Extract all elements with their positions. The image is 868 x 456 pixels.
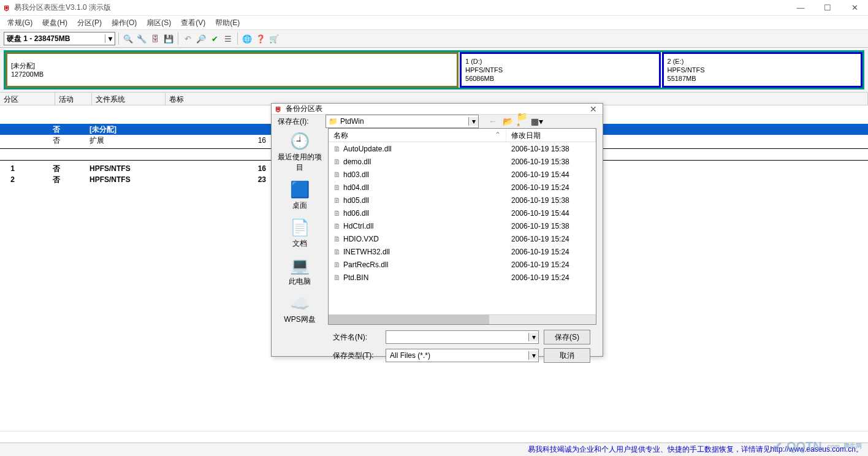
place-icon: 🕘: [290, 132, 310, 151]
tool-wrench-icon[interactable]: 🔧: [135, 32, 148, 45]
menubar: 常规(G) 硬盘(H) 分区(P) 操作(O) 扇区(S) 查看(V) 帮助(E…: [0, 16, 868, 29]
col-name[interactable]: 名称 ⌃: [329, 129, 506, 142]
col-partition[interactable]: 分区: [0, 93, 55, 105]
col-active[interactable]: 活动: [55, 93, 92, 105]
filetype-label: 保存类型(T):: [333, 351, 381, 361]
minimize-button[interactable]: —: [787, 0, 814, 16]
cancel-button[interactable]: 取消: [544, 348, 590, 363]
tool-check-icon[interactable]: ✔: [208, 32, 221, 45]
menu-help[interactable]: 帮助(E): [211, 17, 243, 29]
file-list: 名称 ⌃ 修改日期 🗎AutoUpdate.dll2006-10-19 15:3…: [328, 128, 596, 325]
disk-selector[interactable]: 硬盘 1 - 238475MB ▾: [4, 32, 115, 45]
file-icon: 🗎: [333, 260, 341, 269]
dialog-close-button[interactable]: ✕: [584, 104, 603, 114]
file-row[interactable]: 🗎PartRecRs.dll2006-10-19 15:24: [329, 258, 596, 271]
window-title: 易我分区表医生V3.1.0 演示版: [14, 2, 111, 13]
close-button[interactable]: ✕: [841, 0, 868, 16]
dialog-title: 备份分区表: [286, 104, 322, 114]
file-icon: 🗎: [333, 170, 341, 179]
filename-input[interactable]: ▾: [386, 330, 539, 344]
up-folder-icon[interactable]: 📂: [502, 116, 513, 127]
menu-partition[interactable]: 分区(P): [74, 17, 105, 29]
place-label: WPS网盘: [284, 314, 315, 325]
place-icon: 🟦: [290, 180, 310, 199]
menu-sector[interactable]: 扇区(S): [143, 17, 175, 29]
places-bar: 🕘最近使用的项目🟦桌面📄文档💻此电脑☁️WPS网盘: [272, 128, 328, 325]
file-row[interactable]: 🗎HdCtrl.dll2006-10-19 15:38: [329, 219, 596, 232]
tool-list-icon[interactable]: ☰: [222, 32, 234, 45]
place-icon: 📄: [290, 218, 310, 237]
menu-disk[interactable]: 硬盘(H): [39, 17, 71, 29]
folder-icon: 📁: [329, 117, 338, 126]
save-button[interactable]: 保存(S): [544, 330, 590, 344]
dropdown-icon: ▾: [528, 351, 538, 360]
place-label: 桌面: [292, 200, 307, 211]
menu-operation[interactable]: 操作(O): [108, 17, 140, 29]
view-mode-icon[interactable]: ▦▾: [531, 116, 542, 127]
place-label: 此电脑: [289, 276, 311, 287]
location-select[interactable]: 📁 PtdWin ▾: [326, 115, 479, 128]
app-logo-icon: ⛨: [4, 4, 10, 12]
place-item[interactable]: 📄文档: [275, 218, 324, 249]
file-icon: 🗎: [333, 209, 341, 218]
dialog-bottom: 文件名(N): ▾ 保存(S) 保存类型(T): All Files (*.*)…: [272, 325, 603, 370]
tool-undo-icon: ↶: [181, 32, 194, 45]
filetype-select[interactable]: All Files (*.*)▾: [386, 349, 539, 362]
file-icon: 🗎: [333, 183, 341, 192]
dropdown-icon: ▾: [105, 34, 115, 43]
tool-find-icon[interactable]: 🔎: [195, 32, 207, 45]
file-row[interactable]: 🗎INETWH32.dll2006-10-19 15:24: [329, 245, 596, 258]
file-row[interactable]: 🗎AutoUpdate.dll2006-10-19 15:38: [329, 142, 596, 155]
file-row[interactable]: 🗎Ptd.BIN2006-10-19 15:24: [329, 271, 596, 284]
tool-globe-icon[interactable]: 🌐: [241, 32, 253, 45]
tool-cart-icon[interactable]: 🛒: [268, 32, 280, 45]
file-icon: 🗎: [333, 248, 341, 256]
horizontal-scrollbar[interactable]: [329, 314, 596, 324]
filename-label: 文件名(N):: [333, 332, 381, 343]
place-item[interactable]: 🟦桌面: [275, 180, 324, 211]
tool-search-icon[interactable]: 🔍: [122, 32, 134, 45]
disk-map: [未分配]127200MB1 (D:)HPFS/NTFS56086MB2 (E:…: [0, 48, 868, 92]
save-in-label: 保存在(I):: [278, 116, 321, 127]
disk-segment[interactable]: 2 (E:)HPFS/NTFS55187MB: [662, 52, 863, 88]
status-bar: 易我科技竭诚为企业和个人用户提供专业、快捷的手工数据恢复，详情请见http://…: [0, 443, 868, 456]
place-item[interactable]: ☁️WPS网盘: [275, 294, 324, 325]
place-item[interactable]: 🕘最近使用的项目: [275, 132, 324, 173]
file-row[interactable]: 🗎hd03.dll2006-10-19 15:44: [329, 168, 596, 181]
file-list-header: 名称 ⌃ 修改日期: [329, 129, 596, 142]
file-icon: 🗎: [333, 235, 341, 243]
new-folder-icon[interactable]: 📁*: [517, 116, 528, 127]
tool-save-icon[interactable]: 💾: [162, 32, 175, 45]
tool-help-icon[interactable]: ❓: [254, 32, 267, 45]
place-label: 文档: [292, 238, 307, 249]
place-item[interactable]: 💻此电脑: [275, 256, 324, 287]
dropdown-icon: ▾: [528, 333, 538, 341]
file-row[interactable]: 🗎demo.dll2006-10-19 15:38: [329, 155, 596, 168]
tool-db-icon[interactable]: 🗄: [149, 32, 161, 45]
status-link-text[interactable]: 易我科技竭诚为企业和个人用户提供专业、快捷的手工数据恢复，详情请见http://…: [528, 444, 863, 455]
file-icon: 🗎: [333, 145, 341, 153]
location-value: PtdWin: [340, 117, 364, 126]
place-icon: ☁️: [290, 294, 310, 313]
col-date[interactable]: 修改日期: [506, 129, 596, 142]
maximize-button[interactable]: ☐: [814, 0, 841, 16]
file-icon: 🗎: [333, 158, 341, 166]
menu-view[interactable]: 查看(V): [177, 17, 209, 29]
titlebar: ⛨ 易我分区表医生V3.1.0 演示版 — ☐ ✕: [0, 0, 868, 16]
file-row[interactable]: 🗎hd04.dll2006-10-19 15:24: [329, 181, 596, 194]
col-fs[interactable]: 文件系统: [92, 93, 166, 105]
place-label: 最近使用的项目: [275, 152, 324, 173]
disk-segment[interactable]: 1 (D:)HPFS/NTFS56086MB: [460, 52, 661, 88]
file-row[interactable]: 🗎HDIO.VXD2006-10-19 15:24: [329, 232, 596, 245]
file-row[interactable]: 🗎hd06.dll2006-10-19 15:44: [329, 207, 596, 219]
sort-icon: ⌃: [495, 131, 501, 139]
menu-general[interactable]: 常规(G): [4, 17, 36, 29]
place-icon: 💻: [290, 256, 310, 275]
dropdown-icon: ▾: [468, 117, 478, 126]
dialog-logo-icon: ⛨: [275, 105, 282, 113]
dialog-titlebar: ⛨ 备份分区表 ✕: [272, 104, 603, 115]
file-row[interactable]: 🗎hd05.dll2006-10-19 15:38: [329, 194, 596, 207]
dialog-toolbar: 保存在(I): 📁 PtdWin ▾ ← 📂 📁* ▦▾: [272, 115, 603, 128]
disk-segment[interactable]: [未分配]127200MB: [6, 52, 459, 88]
file-icon: 🗎: [333, 196, 341, 205]
